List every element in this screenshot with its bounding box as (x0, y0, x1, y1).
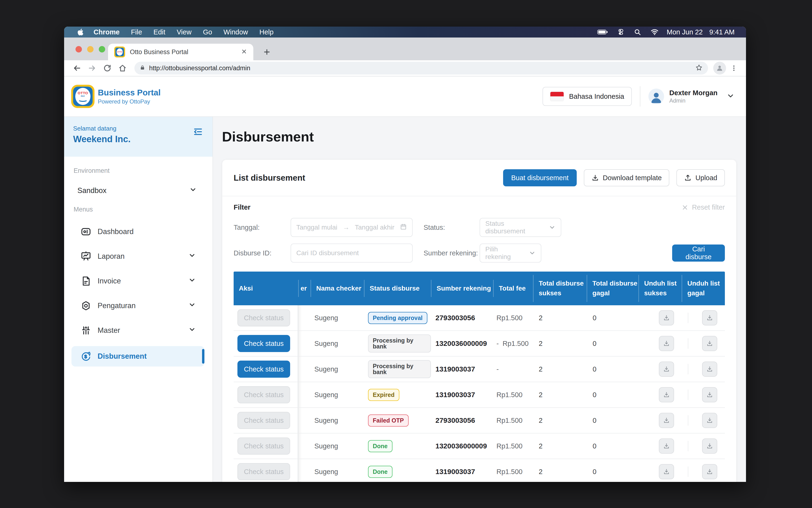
sidebar-item-dashboard[interactable]: Dashboard (72, 219, 204, 244)
close-window-button[interactable] (76, 46, 82, 52)
download-gagal-button[interactable] (702, 413, 717, 428)
user-menu[interactable]: Dexter Morgan Admin (648, 89, 735, 104)
back-button[interactable] (70, 61, 84, 75)
check-status-button[interactable]: Check status (238, 463, 290, 480)
col-nama-checker: Nama checker (310, 280, 364, 297)
site-favicon: OTTO (114, 46, 125, 57)
menubar-item-view[interactable]: View (171, 28, 197, 36)
menubar-item-file[interactable]: File (125, 28, 148, 36)
lock-icon[interactable] (140, 64, 145, 72)
report-icon (81, 251, 91, 262)
table-row: Check status Sugeng Expired 1319003037 R… (233, 382, 725, 407)
browser-tab[interactable]: OTTO Otto Business Portal (108, 44, 253, 60)
url-text[interactable]: http://ottobusinessportal.com/admin (149, 65, 691, 72)
maker-cell-clipped (298, 459, 310, 482)
zoom-window-button[interactable] (99, 46, 105, 52)
menubar-item-window[interactable]: Window (218, 28, 254, 36)
menubar-item-chrome[interactable]: Chrome (88, 28, 125, 36)
browser-tab-strip: OTTO Otto Business Portal (64, 38, 746, 60)
spotlight-search-icon[interactable] (629, 29, 646, 36)
chevron-down-icon[interactable] (727, 92, 735, 101)
control-center-icon[interactable] (612, 29, 629, 36)
download-gagal-button[interactable] (702, 464, 717, 479)
upload-label: Upload (695, 174, 717, 182)
col-sumber-rekening: Sumber rekening (431, 280, 493, 297)
download-sukses-button[interactable] (659, 362, 674, 377)
close-tab-icon[interactable] (241, 48, 247, 55)
download-gagal-button[interactable] (702, 438, 717, 454)
download-sukses-button[interactable] (659, 438, 674, 454)
sidebar-item-laporan[interactable]: Laporan (72, 244, 204, 269)
disburse-id-input[interactable]: Cari ID disbursement (291, 244, 413, 262)
disburse-id-label: Disburse ID: (233, 249, 291, 257)
total-fee-value: Rp1.500 (493, 314, 533, 322)
new-tab-button[interactable] (263, 48, 271, 57)
home-button[interactable] (116, 61, 129, 75)
download-template-label: Download template (603, 174, 662, 182)
collapse-sidebar-icon[interactable] (193, 126, 204, 157)
reset-filter-button[interactable]: Reset filter (681, 204, 725, 211)
status-label: Status: (424, 224, 480, 231)
status-badge: Failed OTP (368, 415, 409, 427)
maker-cell-clipped (298, 305, 310, 331)
sidebar-item-master[interactable]: Master (72, 318, 204, 343)
bookmark-star-icon[interactable] (695, 64, 703, 72)
menubar-item-edit[interactable]: Edit (148, 28, 171, 36)
download-sukses-button[interactable] (659, 387, 674, 403)
browser-profile-icon[interactable] (713, 62, 726, 75)
download-sukses-button[interactable] (659, 310, 674, 326)
check-status-button[interactable]: Check status (238, 437, 290, 455)
disburse-id-placeholder: Cari ID disbursement (296, 249, 359, 257)
brand-title: Business Portal (98, 88, 161, 97)
forward-button[interactable] (85, 61, 99, 75)
download-sukses-button[interactable] (659, 336, 674, 351)
menubar-item-go[interactable]: Go (197, 28, 218, 36)
upload-button[interactable]: Upload (676, 169, 725, 186)
date-range-input[interactable]: Tanggal mulai → Tanggal akhir (291, 218, 413, 237)
check-status-button[interactable]: Check status (238, 361, 290, 378)
check-status-button[interactable]: Check status (238, 412, 290, 429)
total-sukses-value: 2 (533, 340, 587, 347)
total-sukses-value: 2 (533, 391, 587, 399)
buat-disbursement-button[interactable]: Buat disbursement (503, 169, 577, 186)
download-sukses-button[interactable] (659, 464, 674, 479)
sumber-rekening-select[interactable]: Pilih rekening (480, 244, 541, 262)
status-badge: Expired (368, 389, 399, 401)
arrow-right-icon: → (343, 224, 349, 231)
sumber-rekening-placeholder: Pilih rekening (485, 246, 524, 261)
download-gagal-button[interactable] (702, 362, 717, 377)
total-gagal-value: 0 (587, 468, 638, 476)
download-gagal-button[interactable] (702, 336, 717, 351)
maker-cell-clipped (298, 433, 310, 459)
reload-button[interactable] (101, 61, 114, 75)
col-unduh-list-sukses: Unduh list sukses (638, 275, 682, 302)
sumber-rekening-value: 1319003037 (431, 391, 493, 399)
apple-menu-icon[interactable] (77, 28, 88, 36)
environment-select[interactable]: Sandbox (64, 186, 213, 195)
browser-menu-icon[interactable] (728, 65, 740, 72)
browser-toolbar: http://ottobusinessportal.com/admin (64, 60, 746, 77)
status-select[interactable]: Status disbursement (480, 218, 561, 237)
menubar-item-help[interactable]: Help (254, 28, 279, 36)
download-template-button[interactable]: Download template (584, 169, 669, 186)
download-gagal-button[interactable] (702, 310, 717, 326)
sliders-icon (81, 325, 91, 336)
language-selector-button[interactable]: Bahasa Indonesia (543, 87, 632, 106)
check-status-button[interactable]: Check status (238, 335, 290, 352)
col-total-fee: Total fee (493, 280, 533, 297)
total-gagal-value: 0 (587, 417, 638, 424)
sidebar-item-invoice[interactable]: Invoice (72, 269, 204, 293)
wifi-icon[interactable] (646, 29, 664, 35)
cari-disburse-button[interactable]: Cari disburse (672, 245, 725, 262)
address-bar[interactable]: http://ottobusinessportal.com/admin (134, 62, 708, 75)
sidebar-item-disbursement[interactable]: $ Disbursement (72, 346, 204, 367)
check-status-button[interactable]: Check status (238, 309, 290, 326)
download-gagal-button[interactable] (702, 387, 717, 403)
battery-icon[interactable] (593, 29, 612, 35)
sidebar-item-pengaturan[interactable]: Pengaturan (72, 293, 204, 318)
check-status-button[interactable]: Check status (238, 386, 290, 403)
download-sukses-button[interactable] (659, 413, 674, 428)
desktop-background: Chrome File Edit View Go Window Help (0, 0, 812, 508)
minimize-window-button[interactable] (87, 46, 93, 52)
main-content: Disbursement List disbursement Buat disb… (213, 117, 746, 482)
